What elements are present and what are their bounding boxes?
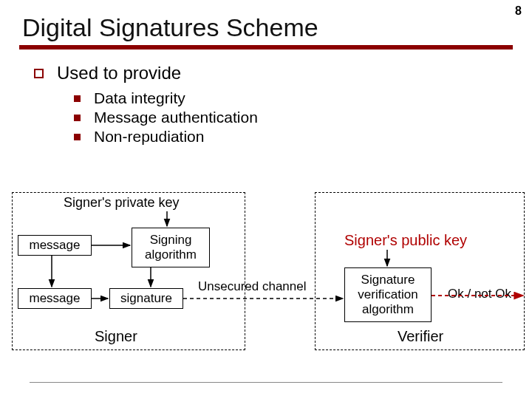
signing-box: Signing algorithm bbox=[132, 228, 210, 267]
verify-line3: algorithm bbox=[362, 302, 414, 317]
message-bottom-box: message bbox=[18, 288, 92, 309]
verify-line1: Signature bbox=[361, 273, 415, 287]
channel-label: Unsecured channel bbox=[198, 279, 306, 294]
verify-box: Signature verification algorithm bbox=[344, 267, 432, 322]
bullet-open-icon bbox=[34, 69, 44, 78]
message-top-box: message bbox=[18, 235, 92, 256]
verify-line2: verification bbox=[358, 287, 417, 302]
bullet-fill-icon bbox=[74, 115, 81, 121]
verifier-role-label: Verifier bbox=[398, 328, 443, 345]
bullet-list: Used to provide Data integrity Message a… bbox=[34, 63, 532, 146]
footer-rule bbox=[30, 382, 502, 383]
slide-title: Digital Signatures Scheme bbox=[0, 0, 532, 45]
title-rule bbox=[19, 45, 513, 50]
list-heading-row: Used to provide bbox=[34, 63, 532, 83]
list-item: Data integrity bbox=[74, 89, 532, 107]
signature-text: signature bbox=[120, 291, 172, 306]
signer-panel bbox=[12, 192, 245, 350]
private-key-label: Signer's private key bbox=[64, 195, 180, 211]
list-item-label: Non-repudiation bbox=[94, 128, 204, 146]
message-top-text: message bbox=[30, 238, 81, 253]
bullet-fill-icon bbox=[74, 134, 81, 140]
signature-box: signature bbox=[109, 288, 183, 309]
message-bottom-text: message bbox=[30, 291, 81, 306]
result-label: Ok / not Ok bbox=[448, 287, 511, 301]
diagram-area: Signer's private key message Signing alg… bbox=[0, 192, 532, 384]
signing-line1: Signing bbox=[150, 233, 192, 248]
signing-line2: algorithm bbox=[145, 248, 197, 262]
bullet-fill-icon bbox=[74, 95, 81, 102]
list-item: Message authentication bbox=[74, 109, 532, 126]
list-item: Non-repudiation bbox=[74, 128, 532, 146]
page-number: 8 bbox=[515, 4, 522, 18]
list-heading: Used to provide bbox=[57, 63, 181, 83]
public-key-label: Signer's public key bbox=[344, 232, 467, 249]
list-item-label: Message authentication bbox=[94, 109, 258, 126]
signer-role-label: Signer bbox=[95, 328, 137, 345]
list-item-label: Data integrity bbox=[94, 89, 185, 107]
